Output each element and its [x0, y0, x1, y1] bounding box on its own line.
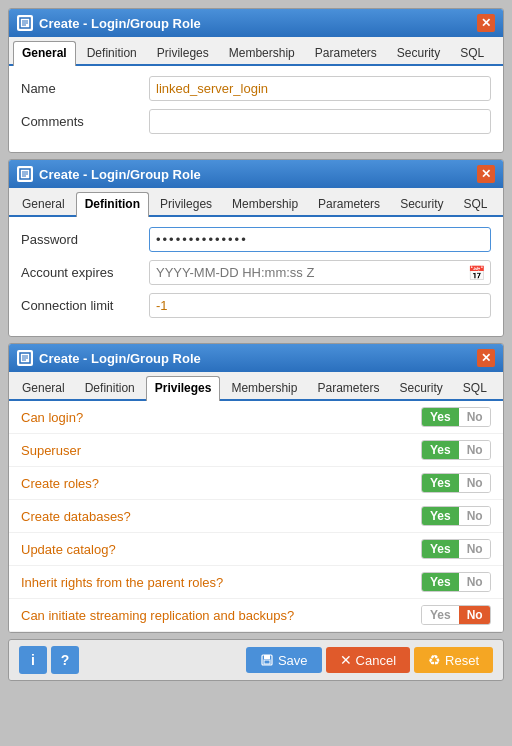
- tab-privileges-2[interactable]: Privileges: [151, 192, 221, 215]
- toggle-no-5[interactable]: No: [459, 573, 491, 591]
- toggle-streaming[interactable]: Yes No: [421, 605, 491, 625]
- panel-title-1: Create - Login/Group Role: [39, 16, 201, 31]
- form-row-expires: Account expires 📅: [21, 260, 491, 285]
- toggle-no-3[interactable]: No: [459, 507, 491, 525]
- privilege-row-0: Can login? Yes No: [9, 401, 503, 434]
- tab-general-3[interactable]: General: [13, 376, 74, 399]
- form-row-name: Name: [21, 76, 491, 101]
- tab-membership-1[interactable]: Membership: [220, 41, 304, 64]
- privilege-label-6: Can initiate streaming replication and b…: [21, 608, 294, 623]
- input-expires[interactable]: [150, 261, 463, 284]
- toggle-no-1[interactable]: No: [459, 441, 491, 459]
- form-body-1: Name Comments: [9, 66, 503, 152]
- cancel-label: Cancel: [356, 653, 396, 668]
- toggle-superuser[interactable]: Yes No: [421, 440, 491, 460]
- tab-privileges-3[interactable]: Privileges: [146, 376, 221, 401]
- info-button[interactable]: i: [19, 646, 47, 674]
- input-password[interactable]: [149, 227, 491, 252]
- toggle-create-db[interactable]: Yes No: [421, 506, 491, 526]
- privilege-row-6: Can initiate streaming replication and b…: [9, 599, 503, 632]
- tab-definition-2[interactable]: Definition: [76, 192, 149, 217]
- input-connlimit[interactable]: [149, 293, 491, 318]
- close-button-1[interactable]: ✕: [477, 14, 495, 32]
- toggle-inherit-rights[interactable]: Yes No: [421, 572, 491, 592]
- titlebar-left-1: Create - Login/Group Role: [17, 15, 201, 31]
- panel-title-3: Create - Login/Group Role: [39, 351, 201, 366]
- panel-3: Create - Login/Group Role ✕ General Defi…: [8, 343, 504, 633]
- tab-general-2[interactable]: General: [13, 192, 74, 215]
- label-connlimit: Connection limit: [21, 298, 141, 313]
- save-button[interactable]: Save: [246, 647, 322, 673]
- form-body-2: Password Account expires 📅 Connection li…: [9, 217, 503, 336]
- tab-parameters-3[interactable]: Parameters: [308, 376, 388, 399]
- tab-security-2[interactable]: Security: [391, 192, 452, 215]
- window-icon-1: [17, 15, 33, 31]
- privilege-row-2: Create roles? Yes No: [9, 467, 503, 500]
- toggle-can-login[interactable]: Yes No: [421, 407, 491, 427]
- tab-membership-3[interactable]: Membership: [222, 376, 306, 399]
- close-button-2[interactable]: ✕: [477, 165, 495, 183]
- label-password: Password: [21, 232, 141, 247]
- toggle-yes-6[interactable]: Yes: [422, 606, 459, 624]
- titlebar-2: Create - Login/Group Role ✕: [9, 160, 503, 188]
- privilege-row-4: Update catalog? Yes No: [9, 533, 503, 566]
- tab-security-3[interactable]: Security: [391, 376, 452, 399]
- tab-sql-1[interactable]: SQL: [451, 41, 493, 64]
- privilege-label-1: Superuser: [21, 443, 81, 458]
- reset-button[interactable]: ♻ Reset: [414, 647, 493, 673]
- label-name: Name: [21, 81, 141, 96]
- tab-bar-3: General Definition Privileges Membership…: [9, 372, 503, 401]
- toggle-yes-0[interactable]: Yes: [422, 408, 459, 426]
- toggle-update-catalog[interactable]: Yes No: [421, 539, 491, 559]
- panel-title-2: Create - Login/Group Role: [39, 167, 201, 182]
- tab-general-1[interactable]: General: [13, 41, 76, 66]
- cancel-button[interactable]: ✕ Cancel: [326, 647, 410, 673]
- date-input-wrap: 📅: [149, 260, 491, 285]
- toggle-no-4[interactable]: No: [459, 540, 491, 558]
- privilege-row-3: Create databases? Yes No: [9, 500, 503, 533]
- titlebar-left-3: Create - Login/Group Role: [17, 350, 201, 366]
- tab-sql-3[interactable]: SQL: [454, 376, 496, 399]
- tab-sql-2[interactable]: SQL: [454, 192, 496, 215]
- bottom-left: i ?: [19, 646, 79, 674]
- tab-bar-1: General Definition Privileges Membership…: [9, 37, 503, 66]
- close-button-3[interactable]: ✕: [477, 349, 495, 367]
- privilege-label-0: Can login?: [21, 410, 83, 425]
- toggle-yes-4[interactable]: Yes: [422, 540, 459, 558]
- tab-security-1[interactable]: Security: [388, 41, 449, 64]
- tab-privileges-1[interactable]: Privileges: [148, 41, 218, 64]
- bottom-right: Save ✕ Cancel ♻ Reset: [246, 647, 493, 673]
- privilege-label-5: Inherit rights from the parent roles?: [21, 575, 223, 590]
- reset-label: Reset: [445, 653, 479, 668]
- toggle-no-0[interactable]: No: [459, 408, 491, 426]
- label-expires: Account expires: [21, 265, 141, 280]
- toggle-create-roles[interactable]: Yes No: [421, 473, 491, 493]
- privilege-row-5: Inherit rights from the parent roles? Ye…: [9, 566, 503, 599]
- input-comments[interactable]: [149, 109, 491, 134]
- bottom-bar: i ? Save ✕ Cancel ♻ Reset: [8, 639, 504, 681]
- panel-2: Create - Login/Group Role ✕ General Defi…: [8, 159, 504, 337]
- calendar-icon[interactable]: 📅: [463, 262, 490, 284]
- toggle-yes-2[interactable]: Yes: [422, 474, 459, 492]
- tab-parameters-2[interactable]: Parameters: [309, 192, 389, 215]
- label-comments: Comments: [21, 114, 141, 129]
- titlebar-1: Create - Login/Group Role ✕: [9, 9, 503, 37]
- privilege-label-4: Update catalog?: [21, 542, 116, 557]
- tab-membership-2[interactable]: Membership: [223, 192, 307, 215]
- toggle-yes-5[interactable]: Yes: [422, 573, 459, 591]
- window-icon-3: [17, 350, 33, 366]
- tab-definition-1[interactable]: Definition: [78, 41, 146, 64]
- toggle-yes-3[interactable]: Yes: [422, 507, 459, 525]
- svg-rect-13: [264, 655, 270, 659]
- toggle-no-2[interactable]: No: [459, 474, 491, 492]
- privilege-row-1: Superuser Yes No: [9, 434, 503, 467]
- form-row-connlimit: Connection limit: [21, 293, 491, 318]
- tab-parameters-1[interactable]: Parameters: [306, 41, 386, 64]
- privilege-label-2: Create roles?: [21, 476, 99, 491]
- toggle-no-6[interactable]: No: [459, 606, 491, 624]
- toggle-yes-1[interactable]: Yes: [422, 441, 459, 459]
- input-name[interactable]: [149, 76, 491, 101]
- help-button[interactable]: ?: [51, 646, 79, 674]
- tab-definition-3[interactable]: Definition: [76, 376, 144, 399]
- svg-rect-14: [264, 660, 270, 664]
